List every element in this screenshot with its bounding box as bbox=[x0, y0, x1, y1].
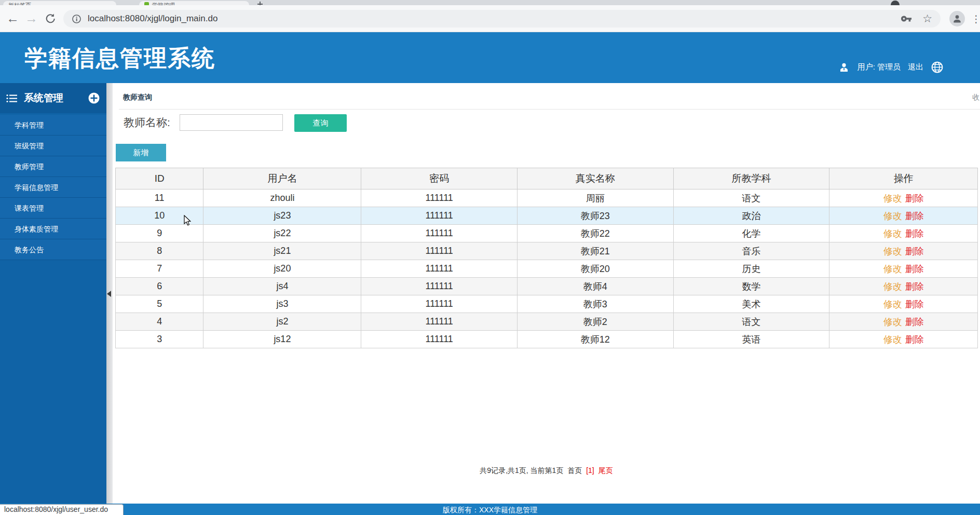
edit-link[interactable]: 修改 bbox=[883, 228, 902, 239]
info-icon bbox=[72, 14, 81, 24]
current-page-link[interactable]: [1] bbox=[586, 466, 594, 475]
sidebar-item-physical[interactable]: 身体素质管理 bbox=[0, 219, 106, 239]
cell-actions: 修改删除 bbox=[829, 242, 978, 260]
cell-realname: 教师12 bbox=[518, 331, 674, 348]
cell-subject: 英语 bbox=[673, 331, 829, 348]
tab-title: 学籍管理 bbox=[152, 2, 175, 5]
cell-username: js21 bbox=[203, 242, 361, 260]
delete-link[interactable]: 删除 bbox=[905, 299, 924, 309]
panel-collapse-link[interactable]: 收 bbox=[972, 93, 979, 102]
pagination: 共9记录,共1页, 当前第1页 首页 [1] 尾页 bbox=[113, 466, 980, 476]
edit-link[interactable]: 修改 bbox=[883, 246, 902, 256]
person-icon bbox=[952, 13, 962, 24]
sidebar-item-class[interactable]: 班级管理 bbox=[0, 135, 106, 156]
cell-id: 9 bbox=[116, 225, 203, 242]
delete-link[interactable]: 删除 bbox=[905, 334, 924, 345]
table-row: 8 js21 111111 教师21 音乐 修改删除 bbox=[116, 242, 978, 260]
url-bar[interactable]: localhost:8080/xjgl/login_main.do ☆ bbox=[63, 10, 941, 28]
cell-password: 111111 bbox=[361, 207, 518, 225]
delete-link[interactable]: 删除 bbox=[905, 193, 924, 204]
col-username: 用户名 bbox=[203, 168, 361, 189]
collapse-arrow-icon[interactable] bbox=[107, 291, 111, 297]
table-row: 5 js3 111111 教师3 美术 修改删除 bbox=[116, 295, 978, 313]
query-button[interactable]: 查询 bbox=[294, 114, 347, 132]
edit-link[interactable]: 修改 bbox=[883, 299, 902, 309]
table-row: 10 js23 111111 教师23 政治 修改删除 bbox=[116, 207, 978, 225]
menu-list-icon[interactable] bbox=[6, 94, 18, 103]
delete-link[interactable]: 删除 bbox=[905, 228, 924, 239]
edit-link[interactable]: 修改 bbox=[883, 334, 902, 345]
search-label: 教师名称: bbox=[124, 115, 170, 130]
browser-menu-icon[interactable]: ⋮ bbox=[971, 13, 980, 25]
browser-profile-avatar[interactable] bbox=[949, 11, 965, 26]
table-row: 9 js22 111111 教师22 化学 修改删除 bbox=[116, 225, 978, 242]
tabstrip-circle-icon bbox=[891, 1, 900, 5]
cell-password: 111111 bbox=[361, 189, 518, 207]
sidebar-item-teacher[interactable]: 教师管理 bbox=[0, 156, 106, 177]
cell-realname: 周丽 bbox=[518, 189, 674, 207]
cell-subject: 音乐 bbox=[673, 242, 829, 260]
cell-realname: 教师21 bbox=[518, 242, 674, 260]
table-row: 3 js12 111111 教师12 英语 修改删除 bbox=[116, 331, 978, 348]
back-button[interactable]: ← bbox=[6, 11, 19, 25]
delete-link[interactable]: 删除 bbox=[905, 211, 924, 221]
teacher-table: ID 用户名 密码 真实名称 所教学科 操作 11 zhouli 111111 … bbox=[115, 168, 978, 348]
edit-link[interactable]: 修改 bbox=[883, 193, 902, 204]
main-content: 教师查询 收 教师名称: 查询 新增 ID 用户名 密码 真实名称 所教学科 操… bbox=[113, 83, 980, 504]
table-row: 7 js20 111111 教师20 历史 修改删除 bbox=[116, 260, 978, 278]
cell-subject: 数学 bbox=[673, 278, 829, 295]
search-input[interactable] bbox=[180, 114, 283, 131]
bookmark-star-icon[interactable]: ☆ bbox=[922, 12, 932, 25]
edit-link[interactable]: 修改 bbox=[883, 211, 902, 221]
sidebar-item-timetable[interactable]: 课表管理 bbox=[0, 198, 106, 219]
cell-password: 111111 bbox=[361, 278, 518, 295]
logout-link[interactable]: 退出 bbox=[908, 62, 923, 72]
cell-subject: 语文 bbox=[673, 189, 829, 207]
edit-link[interactable]: 修改 bbox=[883, 281, 902, 292]
delete-link[interactable]: 删除 bbox=[905, 317, 924, 327]
new-tab-button[interactable] bbox=[256, 1, 264, 5]
cell-subject: 历史 bbox=[673, 260, 829, 278]
cell-username: js23 bbox=[203, 207, 361, 225]
cell-actions: 修改删除 bbox=[829, 295, 978, 313]
add-button[interactable]: 新增 bbox=[116, 144, 166, 161]
edit-link[interactable]: 修改 bbox=[883, 317, 902, 327]
edit-link[interactable]: 修改 bbox=[883, 264, 902, 274]
col-realname: 真实名称 bbox=[518, 168, 674, 189]
sidebar-item-subject[interactable]: 学科管理 bbox=[0, 115, 106, 135]
cell-actions: 修改删除 bbox=[829, 207, 978, 225]
cell-id: 4 bbox=[116, 313, 203, 331]
cell-id: 3 bbox=[116, 331, 203, 348]
user-label: 用户: 管理员 bbox=[857, 62, 901, 72]
globe-icon[interactable] bbox=[931, 61, 944, 74]
cell-subject: 化学 bbox=[673, 225, 829, 242]
cell-password: 111111 bbox=[361, 295, 518, 313]
delete-link[interactable]: 删除 bbox=[905, 281, 924, 292]
delete-link[interactable]: 删除 bbox=[905, 264, 924, 274]
browser-tab-newtab[interactable]: 新标签页 bbox=[3, 1, 116, 5]
first-page-link[interactable]: 首页 bbox=[567, 466, 582, 475]
cell-password: 111111 bbox=[361, 260, 518, 278]
cell-actions: 修改删除 bbox=[829, 225, 978, 242]
cell-username: js4 bbox=[203, 278, 361, 295]
divider bbox=[119, 109, 980, 110]
cell-subject: 语文 bbox=[673, 313, 829, 331]
user-icon bbox=[838, 61, 850, 74]
cell-realname: 教师3 bbox=[518, 295, 674, 313]
cell-realname: 教师2 bbox=[518, 313, 674, 331]
status-url-bubble: localhost:8080/xjgl/user_user.do bbox=[0, 504, 124, 515]
forward-button[interactable]: → bbox=[25, 11, 38, 25]
password-key-icon[interactable] bbox=[901, 13, 912, 24]
plus-circle-icon[interactable] bbox=[88, 92, 100, 104]
browser-tab-app[interactable]: 学籍管理 bbox=[139, 1, 249, 5]
last-page-link[interactable]: 尾页 bbox=[598, 466, 613, 475]
table-row: 4 js2 111111 教师2 语文 修改删除 bbox=[116, 313, 978, 331]
sidebar-collapse-strip[interactable] bbox=[106, 83, 113, 504]
sidebar-item-student-record[interactable]: 学籍信息管理 bbox=[0, 177, 106, 198]
reload-button[interactable] bbox=[45, 13, 56, 24]
url-text: localhost:8080/xjgl/login_main.do bbox=[88, 13, 217, 24]
delete-link[interactable]: 删除 bbox=[905, 246, 924, 256]
col-subject: 所教学科 bbox=[673, 168, 829, 189]
sidebar-item-notice[interactable]: 教务公告 bbox=[0, 239, 106, 260]
cell-password: 111111 bbox=[361, 313, 518, 331]
